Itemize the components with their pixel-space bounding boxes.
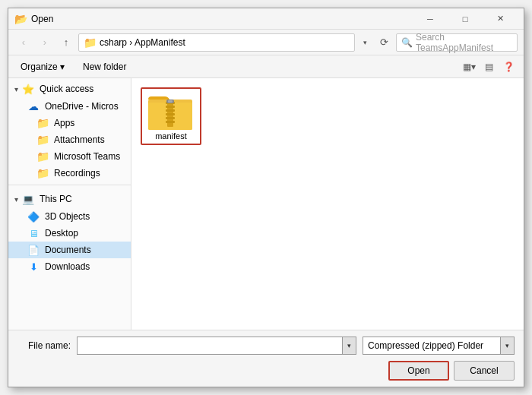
desktop-icon: 🖥 — [27, 226, 40, 240]
thispc-icon: 💻 — [21, 192, 35, 206]
maximize-button[interactable]: □ — [448, 8, 483, 30]
sidebar-item-desktop[interactable]: 🖥 Desktop — [8, 225, 131, 242]
preview-button[interactable]: ▤ — [480, 58, 498, 75]
filetype-dropdown-button[interactable]: ▾ — [500, 337, 514, 354]
filename-label: File name: — [17, 340, 71, 351]
new-folder-label: New folder — [83, 62, 126, 72]
cancel-button-label: Cancel — [470, 365, 498, 376]
downloads-label: Downloads — [45, 261, 90, 272]
refresh-button[interactable]: ⟳ — [375, 33, 393, 52]
file-item-manifest[interactable]: manifest — [141, 87, 201, 145]
filename-dropdown-button[interactable]: ▾ — [342, 337, 356, 354]
microsoftteams-label: Microsoft Teams — [54, 151, 120, 162]
address-bar[interactable]: 📁 csharp › AppManifest — [78, 33, 355, 52]
onedrive-label: OneDrive - Micros — [45, 101, 119, 112]
attachments-label: Attachments — [54, 134, 105, 145]
organize-button[interactable]: Organize ▾ — [14, 58, 71, 75]
open-dialog: 📂 Open ─ □ ✕ ‹ › ↑ 📁 csharp › AppManifes… — [8, 8, 524, 387]
address-dropdown-button[interactable]: ▾ — [358, 34, 372, 51]
dialog-title: Open — [31, 14, 413, 24]
sidebar-item-3dobjects[interactable]: 🔷 3D Objects — [8, 208, 131, 225]
organize-label: Organize ▾ — [21, 62, 65, 72]
apps-label: Apps — [54, 118, 74, 128]
search-placeholder: Search TeamsAppManifest — [416, 32, 512, 53]
close-button[interactable]: ✕ — [483, 8, 518, 30]
recordings-folder-icon: 📁 — [36, 166, 49, 180]
sub-toolbar: Organize ▾ New folder ▦▾ ▤ ❓ — [8, 55, 524, 78]
content-area: manifest — [131, 78, 524, 330]
filename-input-container: ▾ — [77, 337, 356, 355]
svg-rect-4 — [166, 106, 175, 108]
documents-icon: 📄 — [27, 243, 40, 257]
folder-icon: 📁 — [84, 36, 97, 49]
forward-button[interactable]: › — [36, 33, 54, 52]
filename-input[interactable] — [78, 337, 342, 354]
3dobjects-label: 3D Objects — [45, 211, 90, 222]
teams-folder-icon: 📁 — [36, 150, 49, 163]
sidebar-item-apps[interactable]: 📁 Apps — [8, 115, 131, 131]
svg-rect-6 — [166, 113, 175, 115]
search-box[interactable]: 🔍 Search TeamsAppManifest — [396, 33, 518, 52]
window-controls: ─ □ ✕ — [413, 8, 518, 30]
cancel-button[interactable]: Cancel — [454, 361, 515, 381]
filetype-text: Compressed (zipped) Folder — [363, 340, 500, 351]
sidebar-item-recordings[interactable]: 📁 Recordings — [8, 165, 131, 182]
svg-rect-5 — [166, 109, 175, 112]
expand-icon: ▾ — [14, 85, 18, 93]
dialog-icon: 📂 — [14, 13, 27, 25]
quick-access-label: Quick access — [40, 84, 93, 94]
title-bar: 📂 Open ─ □ ✕ — [8, 8, 524, 30]
thispc-expand-icon: ▾ — [14, 195, 18, 204]
view-buttons: ▦▾ ▤ ❓ — [460, 58, 518, 75]
onedrive-icon: ☁ — [27, 100, 40, 113]
back-button[interactable]: ‹ — [14, 33, 33, 52]
downloads-icon: ⬇ — [27, 260, 40, 273]
3dobjects-icon: 🔷 — [27, 210, 40, 223]
open-button[interactable]: Open — [388, 361, 449, 381]
quick-access-group[interactable]: ▾ ⭐ Quick access — [8, 78, 131, 98]
this-pc-group[interactable]: ▾ 💻 This PC — [8, 188, 131, 208]
sidebar-item-downloads[interactable]: ⬇ Downloads — [8, 258, 131, 275]
filetype-select-container: Compressed (zipped) Folder ▾ — [363, 337, 515, 355]
this-pc-label: This PC — [40, 194, 72, 204]
address-breadcrumb: csharp › AppManifest — [100, 37, 185, 48]
apps-folder-icon: 📁 — [36, 116, 49, 130]
attachments-folder-icon: 📁 — [36, 133, 49, 147]
svg-rect-8 — [166, 121, 175, 123]
action-row: Open Cancel — [17, 361, 515, 381]
filename-row: File name: ▾ Compressed (zipped) Folder … — [17, 337, 515, 355]
main-area: ▾ ⭐ Quick access ☁ OneDrive - Micros 📁 A… — [8, 78, 524, 330]
up-button[interactable]: ↑ — [57, 33, 75, 52]
address-toolbar: ‹ › ↑ 📁 csharp › AppManifest ▾ ⟳ 🔍 Searc… — [8, 30, 524, 55]
help-button[interactable]: ❓ — [499, 58, 518, 75]
quick-access-icon: ⭐ — [21, 82, 35, 96]
svg-rect-10 — [168, 100, 173, 103]
sidebar-item-microsoftteams[interactable]: 📁 Microsoft Teams — [8, 148, 131, 165]
search-icon: 🔍 — [401, 37, 413, 48]
svg-rect-7 — [166, 117, 175, 119]
sidebar: ▾ ⭐ Quick access ☁ OneDrive - Micros 📁 A… — [8, 78, 131, 330]
desktop-label: Desktop — [45, 228, 78, 239]
zip-folder-icon — [148, 92, 194, 131]
view-options-button[interactable]: ▦▾ — [460, 58, 478, 75]
sidebar-item-attachments[interactable]: 📁 Attachments — [8, 131, 131, 148]
sidebar-item-documents[interactable]: 📄 Documents — [8, 242, 131, 258]
bottom-bar: File name: ▾ Compressed (zipped) Folder … — [8, 330, 524, 387]
sidebar-item-onedrive[interactable]: ☁ OneDrive - Micros — [8, 98, 131, 115]
documents-label: Documents — [45, 245, 91, 255]
minimize-button[interactable]: ─ — [413, 8, 448, 30]
new-folder-button[interactable]: New folder — [77, 58, 132, 75]
file-label-manifest: manifest — [155, 131, 187, 141]
recordings-label: Recordings — [54, 168, 100, 179]
open-button-label: Open — [407, 365, 429, 376]
